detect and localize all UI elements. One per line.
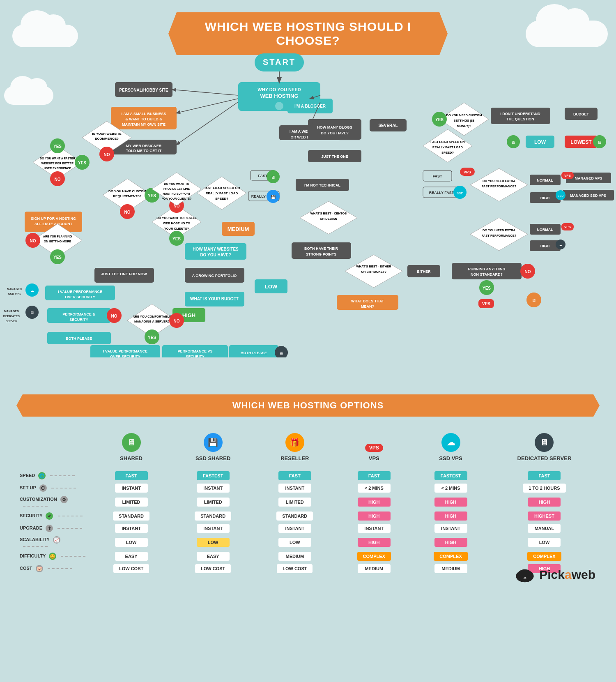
svg-point-140	[432, 112, 447, 127]
dashed-separator	[23, 546, 48, 547]
svg-point-212	[479, 280, 494, 295]
table-cell: < 2 MINS	[336, 482, 412, 494]
hosting-options-section: WHICH WEB HOSTING OPTIONS 🖥 SHARED 💾 SSD…	[0, 386, 616, 591]
row-label-icon: 🌐	[38, 472, 46, 479]
svg-text:WHAT IS YOUR BUDGET: WHAT IS YOUR BUDGET	[190, 297, 239, 301]
svg-text:MANAGED VPS: MANAGED VPS	[575, 176, 602, 180]
table-cell: HIGH	[336, 494, 412, 510]
cell-value: INSTANT	[434, 524, 467, 533]
svg-text:SEVERAL: SEVERAL	[378, 123, 398, 128]
table-row: SECURITY ✔ STANDARDSTANDARDSTANDARDHIGHH…	[16, 510, 600, 522]
svg-rect-125	[229, 345, 278, 357]
svg-text:SPEED?: SPEED?	[215, 197, 228, 200]
svg-text:HIGH: HIGH	[540, 196, 550, 200]
svg-point-127	[275, 346, 288, 357]
svg-text:ARE YOU PLANNING: ARE YOU PLANNING	[43, 235, 72, 238]
svg-text:MONEY)?: MONEY)?	[457, 124, 471, 128]
cell-value: < 2 MINS	[434, 484, 467, 493]
row-label-security: SECURITY ✔	[16, 510, 90, 522]
svg-marker-21	[82, 121, 131, 154]
cell-value: LOW COST	[113, 564, 149, 573]
col-vps: VPS VPS	[336, 429, 412, 470]
svg-text:OVER SECURITY: OVER SECURITY	[110, 355, 140, 357]
cell-value: LIMITED	[197, 498, 230, 507]
svg-text:REALLY FAST LOAD: REALLY FAST LOAD	[432, 145, 463, 149]
svg-rect-197	[561, 223, 574, 230]
cell-value: COMPLEX	[434, 552, 467, 561]
svg-text:I VALUE PERFORMANCE: I VALUE PERFORMANCE	[58, 290, 102, 294]
svg-text:EITHER: EITHER	[417, 270, 431, 274]
cell-value: COMPLEX	[357, 552, 391, 561]
svg-point-39	[120, 204, 135, 219]
svg-text:MANAGED: MANAGED	[4, 310, 19, 313]
dashed-separator	[23, 506, 48, 507]
table-cell: LIMITED	[254, 494, 336, 510]
svg-rect-145	[565, 108, 598, 120]
svg-text:DO YOU NEED CUSTOM: DO YOU NEED CUSTOM	[446, 113, 482, 117]
cell-value: 1 TO 2 HOURS	[523, 484, 565, 493]
svg-marker-167	[300, 201, 357, 234]
svg-rect-209	[452, 263, 522, 279]
svg-rect-9	[111, 107, 177, 129]
svg-text:WEBSITE FOR BETTER: WEBSITE FOR BETTER	[41, 162, 74, 165]
svg-text:MANAGED: MANAGED	[7, 288, 22, 290]
svg-rect-108	[47, 332, 111, 344]
svg-text:REALLY FAST: REALLY FAST	[429, 191, 454, 195]
table-cell: EASY	[172, 550, 254, 562]
table-cell: INSTANT	[336, 522, 412, 535]
cell-value: MANUAL	[528, 524, 561, 533]
svg-text:BOTH PLEASE: BOTH PLEASE	[66, 336, 92, 341]
svg-text:ECOMMERCE?: ECOMMERCE?	[95, 137, 119, 141]
col-ssd-shared: 💾 SSD SHARED	[172, 429, 254, 470]
svg-text:START: START	[263, 58, 296, 67]
table-cell: COMPLEX	[412, 550, 489, 562]
svg-text:I AM A WEB DESIGNER: I AM A WEB DESIGNER	[290, 129, 331, 134]
svg-point-199	[556, 240, 565, 249]
svg-point-110	[25, 283, 39, 297]
svg-point-165	[453, 186, 467, 199]
table-cell: LOW COST	[172, 562, 254, 575]
svg-text:NO: NO	[174, 319, 180, 323]
cell-value: INSTANT	[278, 484, 311, 493]
svg-marker-34	[103, 179, 152, 212]
svg-rect-85	[251, 170, 275, 180]
cell-value: INSTANT	[358, 524, 391, 533]
svg-text:YES: YES	[78, 161, 86, 165]
svg-text:DO YOU WANT TO RESELL: DO YOU WANT TO RESELL	[156, 216, 197, 220]
svg-rect-122	[162, 345, 228, 357]
reseller-icon: 🎁	[285, 433, 304, 452]
table-cell: FAST	[90, 470, 172, 482]
svg-point-57	[169, 198, 184, 213]
cell-value: LOW	[278, 538, 311, 547]
table-cell: LOW	[489, 535, 600, 550]
svg-text:NO: NO	[174, 204, 180, 208]
svg-point-51	[50, 249, 65, 264]
svg-text:NO: NO	[30, 239, 36, 243]
svg-text:HIGH: HIGH	[540, 244, 550, 248]
svg-rect-170	[296, 179, 349, 191]
svg-text:JUST THE ONE: JUST THE ONE	[321, 154, 348, 159]
table-cell: LIMITED	[90, 494, 172, 510]
svg-rect-18	[279, 125, 341, 140]
svg-text:SSD: SSD	[558, 194, 563, 197]
cell-value: LOW COST	[277, 564, 313, 573]
svg-text:SECURITY: SECURITY	[186, 355, 205, 357]
svg-text:VPS: VPS	[482, 302, 490, 306]
cell-value: FAST	[528, 471, 561, 480]
row-label-icon: ✔	[46, 512, 53, 520]
svg-text:PERFORMANCE &: PERFORMANCE &	[62, 312, 95, 316]
svg-text:TOLD ME TO GET IT: TOLD ME TO GET IT	[126, 149, 162, 153]
col-shared-label: SHARED	[120, 455, 143, 461]
svg-text:LOW: LOW	[265, 283, 278, 290]
cell-value: HIGHEST	[528, 512, 561, 521]
cell-value: EASY	[197, 552, 230, 561]
table-cell: INSTANT	[90, 482, 172, 494]
svg-text:YOUR CLIENTS?: YOUR CLIENTS?	[164, 227, 189, 230]
col-ssd-vps: ☁ SSD VPS	[412, 429, 489, 470]
svg-text:DO YOU HAVE CUSTOM: DO YOU HAVE CUSTOM	[108, 189, 146, 193]
cell-value: MEDIUM	[434, 564, 467, 573]
svg-marker-46	[33, 224, 82, 257]
cell-value: HIGH	[434, 498, 467, 507]
svg-line-221	[172, 90, 238, 95]
svg-rect-71	[185, 268, 244, 283]
